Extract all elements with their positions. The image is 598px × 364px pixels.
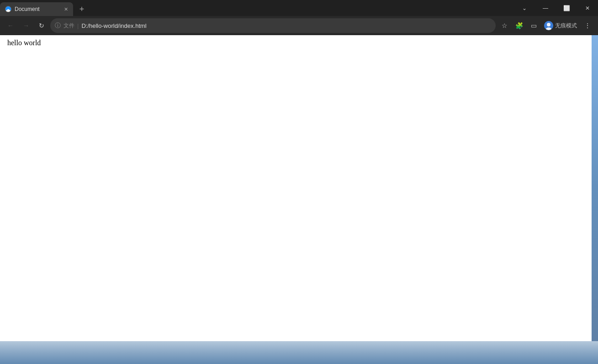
browser-logo-icon — [5, 6, 11, 12]
back-icon: ← — [7, 22, 14, 29]
nav-right-controls: ☆ 🧩 ▭ 无痕模式 ⋮ — [497, 19, 594, 32]
active-tab[interactable]: Document ✕ — [0, 2, 73, 16]
bookmark-icon: ☆ — [502, 22, 508, 29]
minimize-button[interactable]: — — [535, 0, 556, 16]
restore-button[interactable]: ⬜ — [556, 0, 577, 16]
page-content: hello world — [0, 35, 598, 341]
taskbar-area — [0, 341, 598, 364]
browser-outer: hello world — [0, 35, 598, 341]
reload-button[interactable]: ↻ — [35, 19, 48, 32]
profile-label: 无痕模式 — [555, 22, 577, 30]
titlebar: Document ✕ + ⌄ — ⬜ ✕ — [0, 0, 598, 16]
right-edge-decoration — [592, 35, 598, 341]
address-bar[interactable]: ⓘ 文件 | — [50, 18, 496, 33]
forward-button[interactable]: → — [19, 19, 33, 32]
tab-favicon — [5, 5, 12, 13]
reload-icon: ↻ — [39, 22, 44, 29]
sidebar-icon: ▭ — [531, 22, 537, 29]
bookmark-button[interactable]: ☆ — [497, 19, 511, 32]
profile-button[interactable]: 无痕模式 — [541, 20, 580, 31]
incognito-icon — [544, 21, 553, 30]
more-button[interactable]: ⋮ — [581, 19, 594, 32]
tab-strip: Document ✕ + — [0, 0, 89, 16]
new-tab-button[interactable]: + — [75, 2, 89, 16]
avatar — [544, 21, 553, 30]
sidebar-button[interactable]: ▭ — [527, 19, 540, 32]
info-icon: ⓘ — [55, 21, 61, 30]
address-separator: | — [77, 22, 79, 29]
window-controls: ⌄ — ⬜ ✕ — [514, 0, 598, 16]
navbar: ← → ↻ ⓘ 文件 | ☆ 🧩 ▭ 无痕模式 — [0, 16, 598, 35]
titlebar-left: Document ✕ + — [0, 0, 514, 16]
back-button[interactable]: ← — [4, 19, 17, 32]
extensions-icon: 🧩 — [515, 22, 523, 29]
file-label: 文件 — [64, 22, 74, 30]
svg-point-1 — [547, 23, 550, 26]
taskbar-blur — [0, 341, 598, 364]
url-input[interactable] — [81, 22, 491, 29]
more-icon: ⋮ — [584, 22, 591, 29]
extensions-button[interactable]: 🧩 — [512, 19, 526, 32]
chevron-down-button[interactable]: ⌄ — [514, 0, 535, 16]
tab-title: Document — [15, 6, 59, 12]
close-button[interactable]: ✕ — [577, 0, 598, 16]
hello-world-text: hello world — [7, 39, 41, 47]
tab-close-button[interactable]: ✕ — [62, 5, 69, 13]
forward-icon: → — [23, 22, 29, 29]
